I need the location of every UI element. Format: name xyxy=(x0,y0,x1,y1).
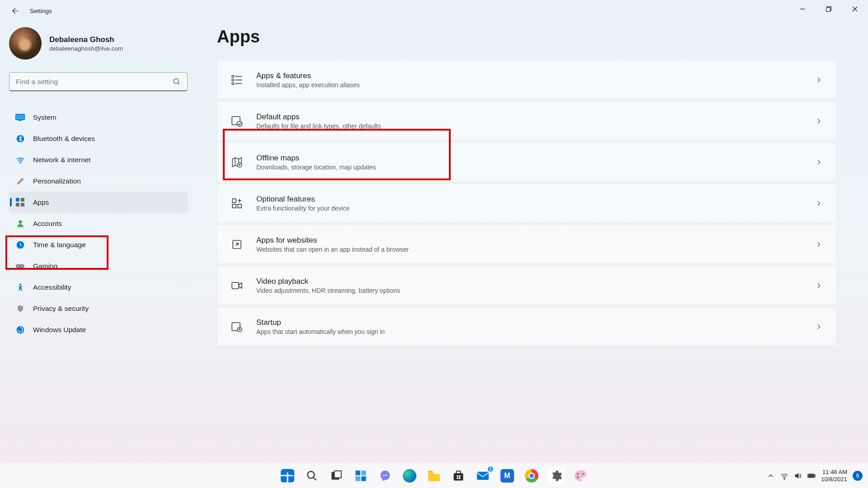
back-button[interactable] xyxy=(11,6,20,15)
edge-icon xyxy=(403,469,416,483)
paintbrush-icon xyxy=(15,176,25,186)
user-profile[interactable]: Debaleena Ghosh debaleenaghosh@live.com xyxy=(9,27,158,60)
taskbar-settings[interactable] xyxy=(546,465,566,486)
video-icon xyxy=(231,280,243,291)
search-input-box[interactable] xyxy=(9,72,188,91)
grid-plus-icon xyxy=(231,197,243,209)
chevron-right-icon xyxy=(815,117,822,125)
sidebar-item-label: Bluetooth & devices xyxy=(33,135,95,143)
sidebar-item-label: Time & language xyxy=(33,241,86,249)
card-apps-features[interactable]: Apps & features Installed apps, app exec… xyxy=(217,60,836,99)
sidebar-item-gaming[interactable]: Gaming xyxy=(9,255,188,277)
avatar xyxy=(9,27,42,60)
taskbar: 1 M 11:48 AM 10/8/2021 6 xyxy=(0,463,868,488)
svg-rect-40 xyxy=(361,470,366,475)
taskbar-start[interactable] xyxy=(277,465,298,486)
svg-point-17 xyxy=(22,265,23,266)
chevron-right-icon xyxy=(815,200,822,207)
card-subtitle: Websites that can open in an app instead… xyxy=(256,246,815,253)
notification-badge[interactable]: 6 xyxy=(853,471,863,481)
svg-rect-51 xyxy=(457,477,459,479)
card-default-apps[interactable]: Default apps Defaults for file and link … xyxy=(217,101,836,141)
svg-point-58 xyxy=(577,476,579,478)
svg-rect-11 xyxy=(16,203,19,206)
taskbar-widgets[interactable] xyxy=(350,465,371,486)
svg-point-20 xyxy=(232,75,234,77)
svg-rect-61 xyxy=(815,474,815,476)
close-icon xyxy=(852,6,858,12)
card-offline-maps[interactable]: Offline maps Downloads, storage location… xyxy=(217,142,836,182)
taskbar-file-explorer[interactable] xyxy=(424,465,444,486)
svg-rect-12 xyxy=(21,203,24,206)
svg-point-46 xyxy=(386,474,387,476)
window-title: Settings xyxy=(30,8,52,14)
card-startup[interactable]: Startup Apps that start automatically wh… xyxy=(217,307,836,346)
maximize-button[interactable] xyxy=(816,0,842,18)
sidebar-item-privacy-security[interactable]: Privacy & security xyxy=(9,298,188,319)
svg-point-8 xyxy=(19,162,21,163)
sidebar-item-label: Accounts xyxy=(33,220,62,228)
sidebar-item-system[interactable]: System xyxy=(9,107,188,128)
card-subtitle: Installed apps, app execution aliases xyxy=(256,81,815,89)
wifi-icon[interactable] xyxy=(780,472,788,480)
svg-point-3 xyxy=(174,79,179,84)
shield-icon xyxy=(15,304,25,313)
card-subtitle: Apps that start automatically when you s… xyxy=(256,328,815,335)
taskbar-edge[interactable] xyxy=(399,465,420,486)
search-input[interactable] xyxy=(16,78,173,86)
sidebar-item-network[interactable]: Network & internet xyxy=(9,149,188,170)
taskbar-chrome[interactable] xyxy=(521,465,542,486)
taskbar-mail[interactable]: 1 xyxy=(472,465,493,486)
sidebar-item-windows-update[interactable]: Windows Update xyxy=(9,319,188,340)
update-icon xyxy=(15,325,25,334)
svg-rect-39 xyxy=(355,470,360,475)
card-title: Offline maps xyxy=(256,154,815,163)
sidebar-item-label: Windows Update xyxy=(33,326,86,334)
card-video-playback[interactable]: Video playback Video adjustments, HDR st… xyxy=(217,266,836,305)
card-title: Startup xyxy=(256,318,815,327)
chevron-right-icon xyxy=(815,159,822,166)
chevron-right-icon xyxy=(815,282,822,289)
map-icon xyxy=(231,156,243,168)
svg-rect-9 xyxy=(16,198,19,202)
taskbar-paint[interactable] xyxy=(570,465,591,486)
svg-rect-15 xyxy=(16,264,24,268)
sidebar-item-time-language[interactable]: Time & language xyxy=(9,234,188,255)
svg-rect-38 xyxy=(335,471,341,478)
battery-icon[interactable] xyxy=(807,472,816,480)
clock-time: 11:48 AM xyxy=(821,469,847,476)
close-button[interactable] xyxy=(842,0,868,18)
windows-icon xyxy=(281,469,294,483)
svg-point-27 xyxy=(237,121,242,126)
svg-rect-48 xyxy=(456,471,460,474)
card-subtitle: Defaults for file and link types, other … xyxy=(256,122,815,130)
sidebar-item-label: Network & internet xyxy=(33,156,91,164)
profile-email: debaleenaghosh@live.com xyxy=(49,45,123,52)
clock-globe-icon xyxy=(15,240,25,249)
gear-icon xyxy=(550,469,562,482)
svg-point-18 xyxy=(19,283,21,286)
taskbar-chat[interactable] xyxy=(375,465,396,486)
taskbar-search[interactable] xyxy=(302,465,322,486)
sidebar-item-bluetooth[interactable]: Bluetooth & devices xyxy=(9,128,188,149)
card-title: Apps & features xyxy=(256,71,815,80)
taskbar-store[interactable] xyxy=(448,465,469,486)
card-apps-for-websites[interactable]: Apps for websites Websites that can open… xyxy=(217,225,836,264)
system-clock[interactable]: 11:48 AM 10/8/2021 xyxy=(821,469,847,483)
taskbar-task-view[interactable] xyxy=(326,465,347,486)
svg-rect-52 xyxy=(459,477,461,479)
store-icon xyxy=(452,469,465,482)
sidebar-item-accessibility[interactable]: Accessibility xyxy=(9,277,188,298)
taskbar-app-m[interactable]: M xyxy=(497,465,518,486)
gamepad-icon xyxy=(15,261,25,271)
widgets-icon xyxy=(354,469,367,482)
card-optional-features[interactable]: Optional features Extra functionality fo… xyxy=(217,183,836,223)
sidebar-item-accounts[interactable]: Accounts xyxy=(9,213,188,234)
sidebar-item-personalization[interactable]: Personalization xyxy=(9,170,188,192)
list-icon xyxy=(231,74,243,86)
svg-rect-53 xyxy=(477,472,489,480)
chevron-up-icon[interactable] xyxy=(767,472,775,480)
sidebar-item-apps[interactable]: Apps xyxy=(9,192,188,213)
speaker-icon[interactable] xyxy=(794,472,802,480)
minimize-button[interactable] xyxy=(789,0,816,18)
